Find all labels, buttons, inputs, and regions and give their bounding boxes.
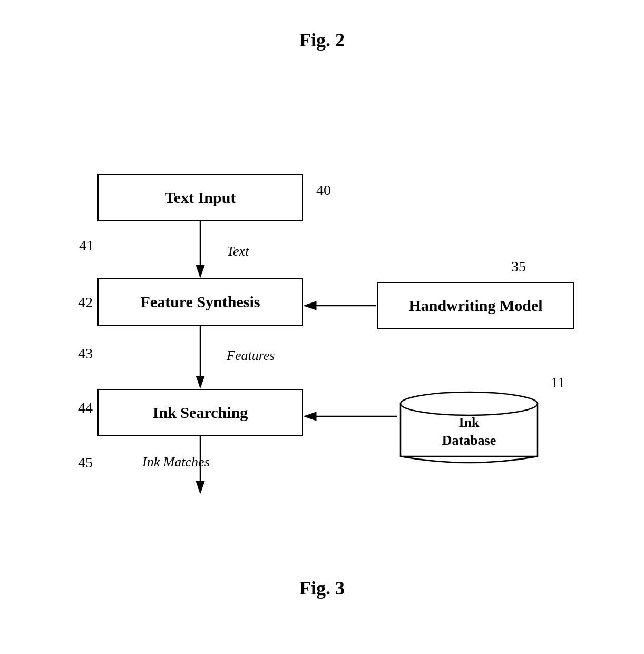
text-input-label: Text Input (165, 189, 236, 207)
text-label: Text (227, 243, 249, 259)
feature-synthesis-box: Feature Synthesis (97, 278, 303, 326)
ref-43: 43 (78, 345, 93, 362)
ref-40: 40 (316, 182, 331, 199)
svg-text:Ink: Ink (458, 415, 480, 430)
ink-database-cylinder: Ink Database (398, 389, 540, 457)
features-label: Features (227, 348, 275, 364)
ref-11: 11 (551, 374, 565, 391)
fig2-title: Fig. 2 (299, 29, 345, 51)
fig3-title: Fig. 3 (299, 577, 345, 599)
ink-searching-box: Ink Searching (97, 389, 303, 436)
ref-41: 41 (79, 237, 94, 254)
ink-matches-label: Ink Matches (142, 454, 210, 470)
diagram-container: Fig. 2 Text Input Feature Synthesis Hand… (0, 0, 644, 654)
ink-searching-label: Ink Searching (153, 404, 248, 422)
ref-35: 35 (511, 258, 526, 275)
ref-42: 42 (78, 294, 93, 311)
handwriting-model-label: Handwriting Model (408, 297, 542, 315)
svg-text:Database: Database (442, 433, 496, 448)
ref-44: 44 (78, 399, 93, 416)
ref-45: 45 (78, 454, 93, 471)
feature-synthesis-label: Feature Synthesis (141, 293, 260, 311)
handwriting-model-box: Handwriting Model (377, 282, 574, 329)
text-input-box: Text Input (97, 174, 303, 221)
svg-point-1 (401, 392, 538, 415)
